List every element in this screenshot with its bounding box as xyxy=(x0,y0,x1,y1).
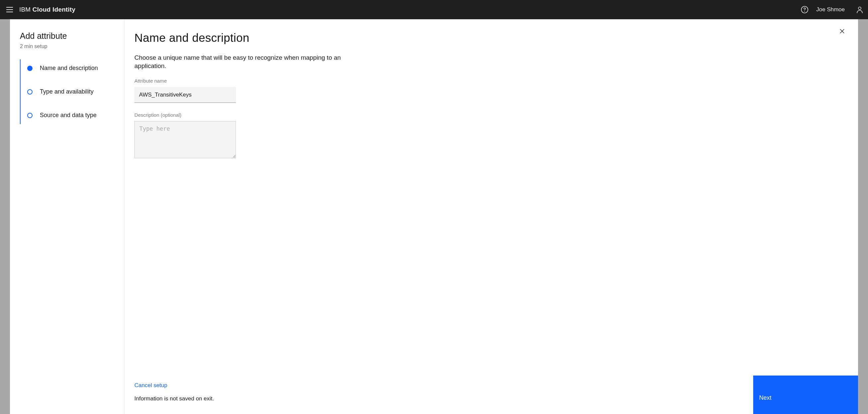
brand-light: IBM xyxy=(19,6,33,13)
wizard-sidebar: Add attribute 2 min setup Name and descr… xyxy=(10,19,124,414)
step-indicator-current-icon xyxy=(27,66,33,71)
close-button[interactable] xyxy=(838,27,846,35)
brand: IBM Cloud Identity xyxy=(19,6,75,13)
svg-point-4 xyxy=(804,11,805,11)
step-label: Type and availability xyxy=(40,88,94,95)
svg-point-5 xyxy=(858,7,861,10)
topbar: IBM Cloud Identity Joe Shmoe xyxy=(0,0,868,19)
close-icon xyxy=(840,29,844,33)
page-title: Name and description xyxy=(134,31,848,44)
step-type-availability[interactable]: Type and availability xyxy=(21,85,114,98)
hamburger-icon xyxy=(6,7,13,12)
username[interactable]: Joe Shmoe xyxy=(813,6,851,13)
brand-bold: Cloud Identity xyxy=(33,6,75,13)
step-name-description[interactable]: Name and description xyxy=(21,61,114,75)
step-label: Source and data type xyxy=(40,112,97,119)
attribute-name-input[interactable] xyxy=(134,87,236,103)
user-icon xyxy=(856,6,864,13)
user-avatar-button[interactable] xyxy=(851,0,868,19)
step-source-datatype[interactable]: Source and data type xyxy=(21,108,114,122)
svg-rect-2 xyxy=(6,11,13,12)
svg-rect-0 xyxy=(6,7,13,8)
description-textarea[interactable] xyxy=(134,121,236,158)
svg-rect-1 xyxy=(6,9,13,10)
description-label: Description (optional) xyxy=(134,112,848,118)
sidebar-title: Add attribute xyxy=(20,31,114,41)
help-button[interactable] xyxy=(796,0,813,19)
wizard-main: Name and description Choose a unique nam… xyxy=(124,19,858,414)
next-button[interactable]: Next xyxy=(753,376,858,414)
cancel-note: Information is not saved on exit. xyxy=(134,395,214,402)
sidebar-subtitle: 2 min setup xyxy=(20,43,114,50)
step-indicator-upcoming-icon xyxy=(27,113,33,118)
step-label: Name and description xyxy=(40,65,98,72)
cancel-setup-link[interactable]: Cancel setup xyxy=(134,382,167,389)
help-icon xyxy=(801,6,809,13)
menu-button[interactable] xyxy=(0,0,19,19)
attribute-name-label: Attribute name xyxy=(134,78,848,84)
wizard-steps: Name and description Type and availabili… xyxy=(20,59,114,124)
cancel-area: Cancel setup Information is not saved on… xyxy=(134,382,214,402)
page-intro: Choose a unique name that will be easy t… xyxy=(134,54,347,70)
step-indicator-upcoming-icon xyxy=(27,89,33,95)
next-button-label: Next xyxy=(759,394,771,401)
wizard-modal: Add attribute 2 min setup Name and descr… xyxy=(10,19,858,414)
